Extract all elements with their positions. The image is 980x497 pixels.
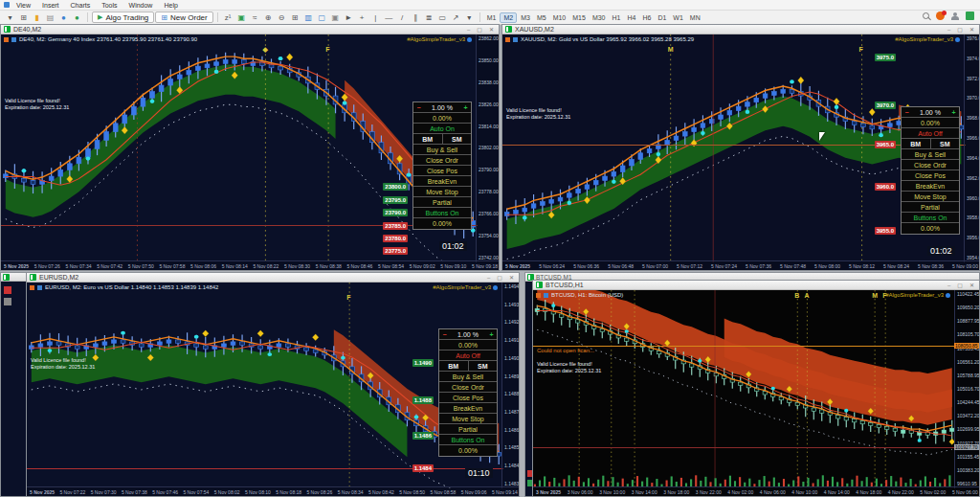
buy-sell-button[interactable]: Buy & Sell xyxy=(439,372,497,382)
close-pos-button[interactable]: Close Pos xyxy=(902,170,959,181)
alerts-icon[interactable]: ▮ xyxy=(31,11,43,23)
move-stop-button[interactable]: Move Stop xyxy=(439,414,497,424)
horizontal-line-icon[interactable]: — xyxy=(383,11,395,23)
timeframe-W1[interactable]: W1 xyxy=(670,13,686,22)
timeframe-D1[interactable]: D1 xyxy=(655,13,669,22)
partial-button[interactable]: Partial xyxy=(413,197,471,208)
price-axis[interactable]: 3976.003974.003972.003970.003968.003966.… xyxy=(964,34,979,262)
minimize-button[interactable]: – xyxy=(946,282,952,288)
layout-dropdown-icon[interactable]: ⊞ xyxy=(17,11,30,23)
time-axis[interactable]: 5 Nov 20255 Nov 07:225 Nov 07:305 Nov 07… xyxy=(27,486,520,496)
background-window-left[interactable] xyxy=(0,272,27,497)
chart-window-btc[interactable]: BTCUSD,H1–▢✕BAMFBTCUSD, H1: Bitcoin (USD… xyxy=(532,280,980,497)
tile-windows-icon[interactable]: ⊞ xyxy=(289,11,301,23)
scale-fix-icon[interactable]: z¹ xyxy=(222,11,234,23)
price-axis[interactable]: 110422.45109650.20108877.95108105.701073… xyxy=(954,290,979,488)
timeframe-MN[interactable]: MN xyxy=(687,13,703,22)
shapes-icon[interactable]: ▭ xyxy=(436,11,449,23)
bm-button[interactable]: BM xyxy=(439,361,469,371)
buy-sell-button[interactable]: Buy & Sell xyxy=(413,145,471,155)
restore-button[interactable]: ▢ xyxy=(475,26,484,33)
fibonacci-icon[interactable]: ≣ xyxy=(423,11,435,23)
timeframe-H1[interactable]: H1 xyxy=(610,13,624,22)
sm-button[interactable]: SM xyxy=(469,361,498,371)
auto-toggle-button[interactable]: Auto Off xyxy=(439,350,497,361)
price-axis[interactable]: 1.149401.149301.149201.149101.149001.148… xyxy=(501,282,519,488)
timeframe-H4[interactable]: H4 xyxy=(624,13,638,22)
chart-plot-btc[interactable] xyxy=(533,290,956,488)
crosshair-icon[interactable]: + xyxy=(356,11,368,23)
arrows-icon[interactable]: ↗ xyxy=(450,11,462,23)
menu-window[interactable]: Window xyxy=(124,2,158,9)
close-button[interactable]: ✕ xyxy=(507,274,516,281)
notifications-icon[interactable] xyxy=(936,11,945,20)
bars-mode-icon[interactable]: ▥ xyxy=(302,11,315,23)
timeframe-M3[interactable]: M3 xyxy=(518,13,533,22)
zoom-out-icon[interactable]: ⊖ xyxy=(276,11,288,23)
breakevn-button[interactable]: BreakEvn xyxy=(413,176,471,187)
new-order-button[interactable]: ⊞New Order xyxy=(155,11,212,23)
auto-toggle-button[interactable]: Auto On xyxy=(413,124,471,134)
breakevn-button[interactable]: BreakEvn xyxy=(439,403,497,414)
menu-help[interactable]: Help xyxy=(159,2,182,9)
price-axis[interactable]: 23862.0023850.0023838.0023826.0023814.00… xyxy=(476,34,499,262)
close-ordr-button[interactable]: Close Ordr xyxy=(413,155,471,166)
risk-minus-button[interactable]: − xyxy=(439,331,450,338)
close-button[interactable]: ✕ xyxy=(968,26,976,33)
time-axis[interactable]: 3 Nov 20253 Nov 06:003 Nov 10:003 Nov 14… xyxy=(533,486,980,496)
menu-charts[interactable]: Charts xyxy=(66,2,96,9)
auto-toggle-button[interactable]: Auto Off xyxy=(902,128,959,139)
timeframe-M2[interactable]: M2 xyxy=(500,12,517,23)
chart-shift-icon[interactable]: ≈ xyxy=(249,11,261,23)
timeframe-M1[interactable]: M1 xyxy=(484,13,500,22)
restore-button[interactable]: ▢ xyxy=(495,274,504,281)
mailbox-icon[interactable]: ▤ xyxy=(44,11,56,23)
sm-button[interactable]: SM xyxy=(443,134,472,144)
risk-minus-button[interactable]: − xyxy=(413,104,424,111)
mql5-cloud-icon[interactable]: ● xyxy=(57,11,70,23)
timeframe-M30[interactable]: M30 xyxy=(590,13,609,22)
time-axis[interactable]: 5 Nov 20255 Nov 07:265 Nov 07:345 Nov 07… xyxy=(1,260,500,270)
buy-sell-button[interactable]: Buy & Sell xyxy=(902,149,959,160)
partial-button[interactable]: Partial xyxy=(439,424,497,435)
risk-plus-button[interactable]: + xyxy=(460,104,471,111)
objects-dropdown-icon[interactable]: ▾ xyxy=(463,11,476,23)
sm-button[interactable]: SM xyxy=(931,139,960,148)
bm-button[interactable]: BM xyxy=(413,134,443,144)
cursor-icon[interactable]: ► xyxy=(343,11,355,23)
channel-icon[interactable]: ∥ xyxy=(410,11,422,23)
buttons-toggle-button[interactable]: Buttons On xyxy=(902,213,959,223)
close-button[interactable]: ✕ xyxy=(487,26,496,33)
chart-window-dropdown-icon[interactable]: ▾ xyxy=(4,11,16,23)
timeframe-M5[interactable]: M5 xyxy=(534,13,549,22)
profile-icon[interactable] xyxy=(951,12,959,20)
move-stop-button[interactable]: Move Stop xyxy=(413,187,471,197)
timeframe-H6[interactable]: H6 xyxy=(639,13,654,22)
candles-mode-icon[interactable]: ▢ xyxy=(316,11,328,23)
menu-insert[interactable]: Insert xyxy=(37,2,64,9)
minimize-button[interactable]: – xyxy=(946,27,952,33)
timeframe-M10[interactable]: M10 xyxy=(550,13,569,22)
risk-minus-button[interactable]: − xyxy=(902,109,912,116)
minimize-button[interactable]: – xyxy=(465,27,472,33)
trendline-icon[interactable]: / xyxy=(396,11,409,23)
chart-plot-eur[interactable] xyxy=(27,282,503,488)
zoom-in-icon[interactable]: ⊕ xyxy=(262,11,275,23)
menu-view[interactable]: View xyxy=(11,2,35,9)
chart-window-de40[interactable]: DE40,M2–▢✕◆FDE40, M2: Germany 40 Index 2… xyxy=(0,24,500,271)
community-icon[interactable]: ● xyxy=(71,11,83,23)
vertical-line-icon[interactable]: | xyxy=(369,11,382,23)
menu-tools[interactable]: Tools xyxy=(97,2,122,9)
auto-scroll-icon[interactable]: ▣ xyxy=(235,11,248,23)
market-watch-icon[interactable] xyxy=(4,286,11,294)
algo-trading-button[interactable]: ▶Algo Trading xyxy=(92,11,154,23)
chart-window-eur[interactable]: EURUSD,M2–▢✕FEURUSD, M2: Euro vs US Doll… xyxy=(26,272,520,497)
buttons-toggle-button[interactable]: Buttons On xyxy=(439,435,497,445)
buttons-toggle-button[interactable]: Buttons On xyxy=(413,208,471,218)
breakevn-button[interactable]: BreakEvn xyxy=(902,181,959,192)
minimize-button[interactable]: – xyxy=(485,275,492,281)
close-ordr-button[interactable]: Close Ordr xyxy=(439,382,497,393)
camera-icon[interactable]: ▣ xyxy=(329,11,342,23)
chart-window-xau[interactable]: XAUUSD,M2–▢✕MFXAUUSD, M2: Gold vs US Dol… xyxy=(501,24,980,271)
timeframe-M15[interactable]: M15 xyxy=(569,13,589,22)
